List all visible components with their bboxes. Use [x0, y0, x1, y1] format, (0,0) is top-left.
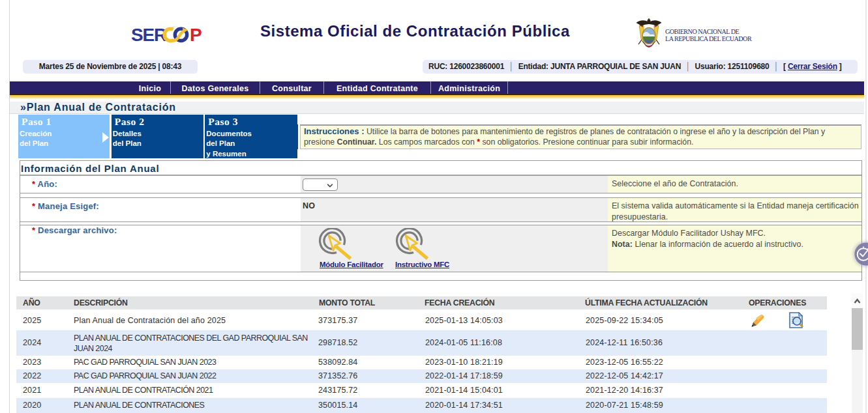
- svg-text:P: P: [190, 25, 202, 44]
- svg-text:SER: SER: [131, 25, 167, 44]
